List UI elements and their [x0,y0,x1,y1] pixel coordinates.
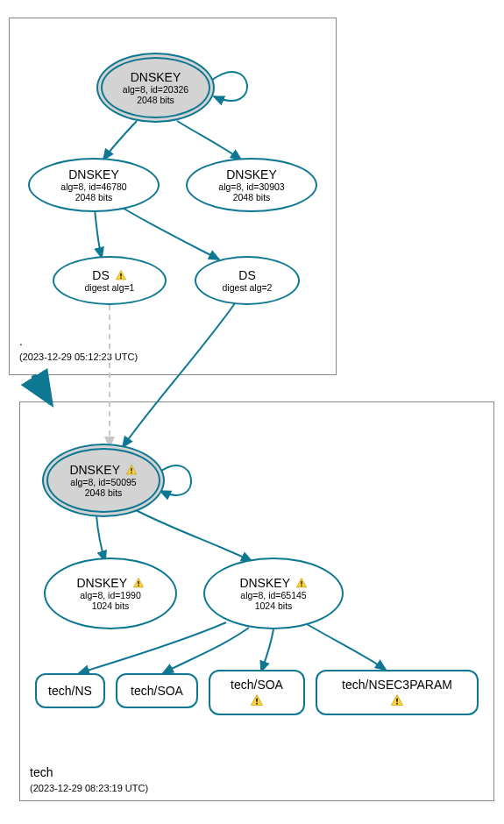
svg-rect-5 [138,585,138,586]
node-tech-soa2: tech/SOA [209,670,305,715]
svg-rect-11 [396,703,398,705]
zone-root-label: . (2023-12-29 05:12:23 UTC) [19,333,138,365]
node-tech-nsec3-title: tech/NSEC3PARAM [342,678,452,692]
svg-rect-4 [138,581,138,585]
node-tech-zsk1-title: DNSKEY [76,576,144,590]
node-tech-zsk1-l2: alg=8, id=1990 [80,590,140,600]
svg-rect-6 [301,581,302,585]
warning-icon [250,693,264,707]
node-ds1: DS digest alg=1 [53,256,167,305]
node-root-zsk1-title: DNSKEY [68,167,119,181]
warning-icon [125,464,138,476]
node-tech-ksk: DNSKEY alg=8, id=50095 2048 bits [42,444,165,517]
zone-root-ts: (2023-12-29 05:12:23 UTC) [19,352,138,362]
node-ds2: DS digest alg=2 [195,256,300,305]
node-tech-ksk-title: DNSKEY [69,463,137,477]
node-tech-soa2-title: tech/SOA [231,678,283,692]
node-root-zsk1-l2: alg=8, id=46780 [60,181,126,192]
node-ds2-title: DS [238,268,255,282]
node-ds1-l2: digest alg=1 [85,282,135,293]
node-tech-ns: tech/NS [35,673,105,708]
node-root-ksk-title: DNSKEY [131,70,181,84]
node-tech-ns-title: tech/NS [48,684,92,698]
node-tech-soa-title: tech/SOA [131,684,183,698]
svg-rect-8 [256,699,258,702]
node-root-ksk-l2: alg=8, id=20326 [123,84,188,95]
node-tech-ksk-l2: alg=8, id=50095 [70,477,136,487]
node-tech-nsec3: tech/NSEC3PARAM [316,670,479,715]
node-root-ksk: DNSKEY alg=8, id=20326 2048 bits [96,53,215,123]
node-tech-ksk-l3: 2048 bits [85,487,123,498]
node-tech-zsk2-title: DNSKEY [239,576,307,590]
node-root-zsk2-title: DNSKEY [226,167,277,181]
warning-icon [390,693,404,707]
node-root-zsk2-l2: alg=8, id=30903 [218,181,284,192]
zone-tech-ts: (2023-12-29 08:23:19 UTC) [30,783,148,793]
warning-icon [295,577,308,589]
node-ds1-title: DS [92,268,126,282]
zone-tech-name: tech [30,765,53,779]
zone-tech-label: tech (2023-12-29 08:23:19 UTC) [30,764,148,796]
warning-icon [132,577,145,589]
svg-rect-7 [301,585,302,586]
node-tech-zsk1-l3: 1024 bits [92,600,130,611]
node-root-ksk-l3: 2048 bits [137,95,174,105]
svg-rect-9 [256,703,258,705]
svg-rect-3 [131,472,131,472]
node-tech-zsk2-l3: 1024 bits [255,600,293,611]
node-root-zsk1: DNSKEY alg=8, id=46780 2048 bits [28,158,160,212]
node-tech-zsk2-l2: alg=8, id=65145 [240,590,306,600]
zone-root-name: . [19,334,23,348]
svg-rect-2 [131,468,131,472]
svg-rect-1 [120,277,121,278]
warning-icon [115,269,127,281]
node-tech-soa: tech/SOA [116,673,198,708]
node-ds2-l2: digest alg=2 [223,282,273,293]
svg-rect-10 [396,699,398,702]
node-root-zsk2-l3: 2048 bits [233,192,271,202]
node-root-zsk1-l3: 2048 bits [75,192,113,202]
node-tech-zsk2: DNSKEY alg=8, id=65145 1024 bits [203,558,344,629]
node-tech-zsk1: DNSKEY alg=8, id=1990 1024 bits [44,558,177,629]
node-root-zsk2: DNSKEY alg=8, id=30903 2048 bits [186,158,317,212]
svg-rect-0 [120,273,121,277]
